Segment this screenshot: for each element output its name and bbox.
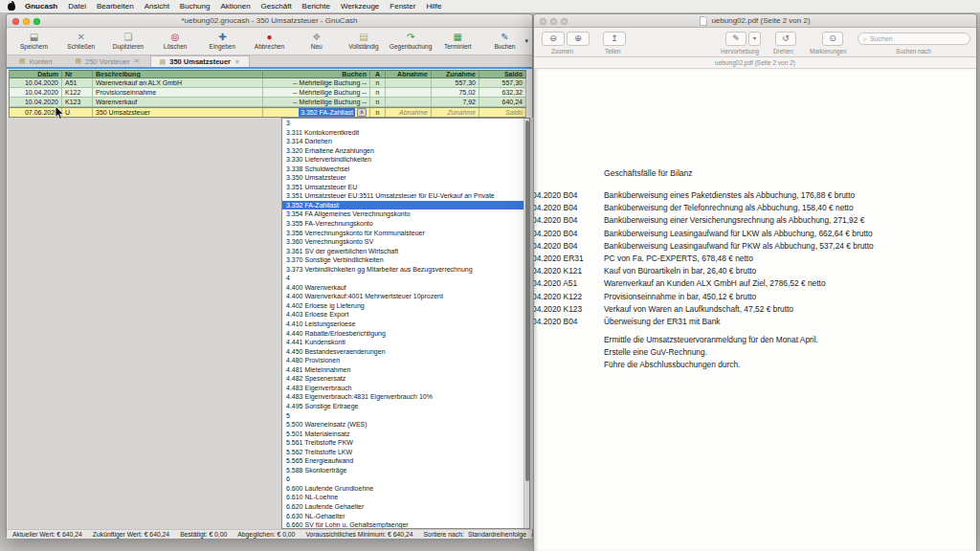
account-dropdown-item[interactable]: 4.400 Warenverkauf [282, 283, 529, 293]
account-dropdown-item[interactable]: 6.600 Laufende Grundloehne [282, 484, 529, 494]
cell-beschreibung[interactable]: Warenverkauf [93, 98, 263, 107]
toolbar-button[interactable]: ❖ Neu [293, 28, 340, 55]
menu-item[interactable]: Buchung [180, 2, 211, 11]
column-header-datum[interactable]: Datum [9, 70, 62, 78]
cell-buchen[interactable]: -- Mehrteilige Buchung -- [263, 88, 370, 98]
account-dropdown-item[interactable]: 3 [282, 119, 529, 128]
toolbar-button[interactable]: ▦ Terminiert [434, 28, 481, 55]
apple-menu-icon[interactable] [8, 2, 15, 11]
transaction-row-editing[interactable]: 07.06.2020 U 350 Umsatzsteuer 3.352 FA-Z… [9, 107, 526, 118]
account-dropdown-item[interactable]: 6.630 NL-Gehaelter [282, 512, 529, 521]
cell-zunahme[interactable]: 557,30 [432, 78, 479, 88]
gnucash-titlebar[interactable]: *uebung02.gnucash - 350 Umsatzsteuer - G… [7, 14, 532, 28]
account-dropdown-item[interactable]: 3.360 Verrechnungskonto SV [282, 237, 529, 247]
sort-value[interactable]: Standardreihenfolge [468, 531, 526, 538]
transaction-row[interactable]: 10.04.2020 K122 Provisionseinnahme -- Me… [9, 88, 526, 98]
transaction-row[interactable]: 10.04.2020 A51 Warenverkauf an ALX GmbH … [9, 78, 526, 88]
account-dropdown-item[interactable]: 3.350 Umsatzsteuer [282, 173, 529, 183]
cell-saldo-edit[interactable]: Saldo [479, 108, 526, 117]
account-combo-selected-text[interactable]: 3.352 FA-Zahllast [299, 108, 355, 117]
cell-zunahme-edit[interactable]: Zunahme [432, 108, 479, 117]
toolbar-button[interactable]: ⬓ Speichern [11, 28, 57, 55]
account-dropdown-item[interactable]: 3.370 Sonstige Verbindlichkeiten [282, 255, 529, 265]
share-button[interactable]: ↥ [603, 32, 626, 46]
account-dropdown-item[interactable]: 6 [282, 474, 529, 484]
column-header-nr[interactable]: Nr [62, 70, 93, 78]
close-window-button[interactable] [12, 18, 19, 25]
account-dropdown-item[interactable]: 4.450 Bestandesveraenderungen [282, 347, 529, 357]
account-dropdown-item[interactable]: 4.495 Sonstige Ertraege [282, 402, 529, 411]
menu-item[interactable]: Bearbeiten [97, 2, 134, 11]
account-dropdown-item[interactable]: 6.610 NL-Loehne [282, 493, 529, 502]
account-dropdown-item[interactable]: 4.483 Eigenverbrauch:4831 Eigenverbrauch… [282, 392, 529, 402]
menu-item[interactable]: Geschäft [261, 2, 292, 11]
minimize-window-button[interactable] [23, 18, 30, 25]
toolbar-button[interactable]: ✎ Buchen [481, 28, 528, 55]
account-dropdown-item[interactable]: 3.311 Kontokorrentkredit [282, 128, 529, 138]
cell-beschreibung[interactable]: Warenverkauf an ALX GmbH [93, 78, 263, 88]
account-dropdown-item[interactable]: 3.314 Darlehen [282, 137, 529, 146]
account-combo-toggle-icon[interactable]: ∧ [357, 108, 367, 117]
transaction-row[interactable]: 10.04.2020 K123 Warenverkauf -- Mehrteil… [9, 98, 526, 107]
cell-datum[interactable]: 10.04.2020 [9, 88, 62, 98]
cell-nr[interactable]: K123 [62, 98, 93, 107]
account-dropdown-item[interactable]: 4.402 Erloese ig Lieferung [282, 301, 529, 311]
toolbar-button[interactable]: ❏ Duplizieren [104, 28, 151, 55]
cell-abnahme[interactable] [386, 78, 432, 88]
account-dropdown-item[interactable]: 4 [282, 274, 529, 283]
cell-beschreibung[interactable]: Provisionseinnahme [93, 88, 263, 98]
zoom-window-button[interactable] [33, 18, 40, 25]
cell-abgeglichen[interactable]: n [370, 88, 386, 98]
account-dropdown-item[interactable]: 3.351 Umsatzsteuer EU [282, 183, 529, 192]
column-header-buchen[interactable]: Buchen [263, 70, 370, 78]
account-dropdown-item[interactable]: 4.400 Warenverkauf:4001 Mehrwertsteuer 1… [282, 292, 529, 301]
account-dropdown-item[interactable]: 4.440 Rabatte/Erloesberichtigung [282, 329, 529, 339]
cell-saldo[interactable]: 632,32 [479, 88, 526, 98]
account-dropdown-item[interactable]: 5.562 Treibstoffe LKW [282, 448, 529, 457]
account-dropdown-item[interactable]: 4.481 Mieteinnahmen [282, 365, 529, 375]
account-dropdown-item[interactable]: 3.338 Schuldwechsel [282, 165, 529, 174]
tab-close-icon[interactable]: ✕ [134, 57, 140, 65]
account-dropdown-item[interactable]: 3.355 FA-Verrechnungskonto [282, 219, 529, 229]
cell-buchen-edit[interactable]: 3.352 FA-Zahllast ∧ [263, 108, 370, 117]
register-tab[interactable]: ▤ Konten [11, 55, 64, 67]
account-dropdown-item[interactable]: 4.482 Spesenersatz [282, 374, 529, 384]
toolbar-button[interactable]: ✕ Schließen [57, 28, 104, 55]
cell-buchen[interactable]: -- Mehrteilige Buchung -- [263, 78, 370, 88]
account-dropdown-item[interactable]: 5.565 Energieaufwand [282, 456, 529, 466]
cell-abnahme[interactable] [386, 88, 432, 98]
account-dropdown-item[interactable]: 6.620 Laufende Gehaelter [282, 502, 529, 512]
dropdown-scrollbar[interactable] [523, 119, 529, 528]
menu-item[interactable]: Berichte [302, 2, 330, 11]
account-dropdown-item[interactable]: 6.660 SV für Lohn u. Gehaltsempfaenger [282, 520, 529, 529]
cell-beschreibung-edit[interactable]: 350 Umsatzsteuer [93, 108, 263, 117]
cell-buchen[interactable]: -- Mehrteilige Buchung -- [263, 98, 370, 107]
account-dropdown-item[interactable]: 5.501 Materialeinsatz [282, 430, 529, 439]
preview-titlebar[interactable]: uebung02.pdf (Seite 2 von 2) [534, 14, 976, 28]
account-dropdown-item[interactable]: 4.441 Kundenskonti [282, 338, 529, 347]
account-dropdown-item[interactable]: 4.410 Leistungserloese [282, 320, 529, 329]
menu-item[interactable]: Fenster [390, 2, 415, 11]
cell-abgeglichen[interactable]: n [370, 78, 386, 88]
menu-item[interactable]: Datei [68, 2, 86, 11]
toolbar-button[interactable]: ● Abbrechen [246, 28, 293, 55]
cell-abgeglichen[interactable]: n [370, 98, 386, 107]
column-header-a[interactable]: A [370, 70, 386, 78]
account-dropdown-item[interactable]: 3.330 Lieferverbindlichkeiten [282, 155, 529, 165]
account-dropdown-item[interactable]: 5.588 Skontoerträge [282, 466, 529, 475]
cell-saldo[interactable]: 640,24 [479, 98, 526, 107]
scrollbar-thumb[interactable] [525, 121, 529, 481]
toolbar-button[interactable]: ▤ Vollständig [340, 28, 387, 55]
account-dropdown-item[interactable]: 3.352 FA-Zahllast [282, 201, 529, 210]
cell-abnahme-edit[interactable]: Abnahme [386, 108, 432, 117]
account-dropdown-item[interactable]: 4.480 Provisionen [282, 356, 529, 365]
column-header-beschreibung[interactable]: Beschreibung [93, 70, 263, 78]
register-tab[interactable]: ▤ 350 Umsatzsteuer ✕ [150, 55, 250, 67]
menu-item[interactable]: Gnucash [25, 2, 57, 11]
toolbar-button[interactable]: ✚ Eingeben [199, 28, 246, 55]
register-tab[interactable]: ▤ 250 Vorsteuer ✕ [66, 55, 147, 67]
account-dropdown-item[interactable]: 3.356 Verrechnungskonto für Kommunalsteu… [282, 229, 529, 238]
account-dropdown-item[interactable]: 3.351 Umsatzsteuer EU:3511 Umsatzsteuer … [282, 191, 529, 201]
account-dropdown-item[interactable]: 5.500 Wareneinsatz (WES) [282, 420, 529, 430]
account-dropdown-item[interactable]: 4.403 Erloese Export [282, 310, 529, 320]
